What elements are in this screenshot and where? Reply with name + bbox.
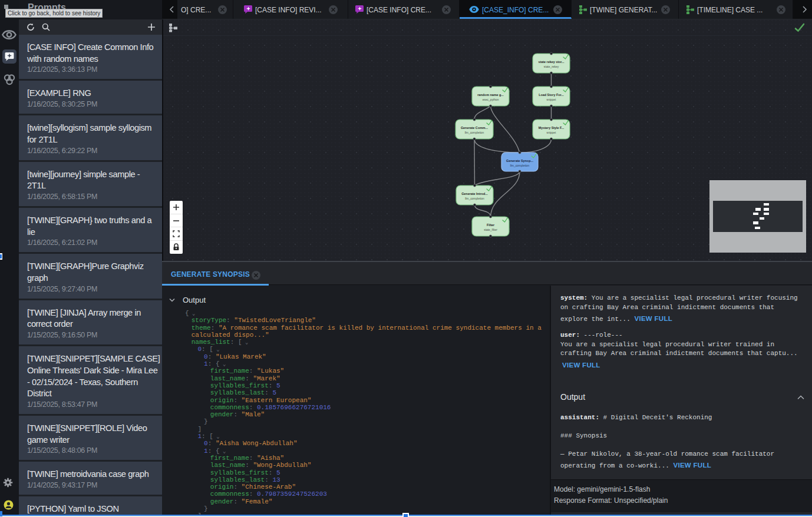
svg-text:Generate Introd...: Generate Introd... [461, 192, 488, 195]
svg-text:snippet: snippet [547, 98, 556, 101]
svg-text:Mystery Style F...: Mystery Style F... [539, 126, 565, 130]
svg-text:state_filter: state_filter [484, 228, 497, 231]
svg-text:llm_completion: llm_completion [465, 131, 484, 134]
svg-text:llm_completion: llm_completion [465, 197, 484, 200]
svg-text:state rekey stor...: state rekey stor... [538, 60, 565, 64]
svg-text:state_rekey: state_rekey [544, 65, 559, 68]
svg-text:Generate Comm...: Generate Comm... [461, 126, 488, 130]
svg-text:exec_python: exec_python [483, 98, 499, 101]
svg-text:Filter: Filter [487, 223, 495, 227]
svg-text:Load Story For...: Load Story For... [539, 93, 564, 97]
svg-text:llm_completion: llm_completion [510, 164, 530, 167]
svg-text:snippet: snippet [547, 131, 556, 134]
svg-text:random name g...: random name g... [477, 93, 504, 97]
svg-text:Generate Synop...: Generate Synop... [506, 159, 533, 163]
